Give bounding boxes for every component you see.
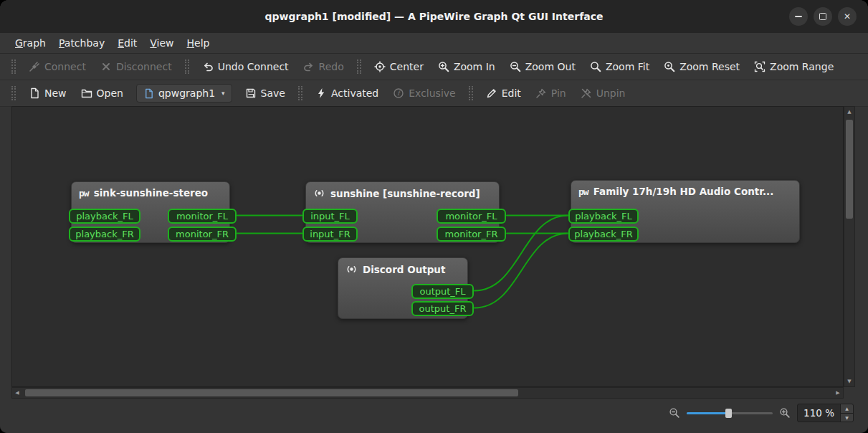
port-monitor-fl[interactable]: monitor_FL [437, 209, 506, 224]
port-output-fl[interactable]: output_FL [411, 284, 474, 299]
menu-edit[interactable]: Edit [111, 35, 143, 51]
save-button[interactable]: Save [238, 83, 292, 103]
port-playback-fl[interactable]: playback_FL [69, 209, 140, 224]
close-icon: ✕ [844, 12, 851, 21]
edit-button[interactable]: Edit [479, 83, 528, 103]
titlebar[interactable]: qpwgraph1 [modified] — A PipeWire Graph … [0, 0, 868, 34]
menu-graph[interactable]: Graph [9, 35, 52, 51]
chevron-down-icon: ▾ [221, 90, 225, 97]
new-file-icon [29, 87, 40, 99]
new-button[interactable]: New [22, 83, 74, 103]
undo-connect-button[interactable]: Undo Connect [195, 57, 296, 77]
scroll-right-arrow[interactable]: ▶ [833, 388, 843, 398]
scroll-up-arrow[interactable]: ▲ [844, 107, 854, 117]
connection-links [12, 107, 844, 387]
vertical-scrollbar[interactable]: ▲ ▼ [844, 106, 855, 387]
port-playback-fr[interactable]: playback_FR [69, 227, 140, 242]
menubar: Graph Patchbay Edit View Help [0, 33, 868, 54]
scroll-left-arrow[interactable]: ◀ [12, 388, 22, 398]
zoom-slider-handle[interactable] [725, 409, 732, 418]
connect-icon [29, 61, 40, 72]
port-input-fr[interactable]: input_FR [302, 227, 358, 242]
zoom-range-icon [754, 61, 766, 72]
zoom-out-button[interactable]: Zoom Out [502, 57, 583, 77]
pipewire-icon: pw [79, 188, 89, 199]
link-discord-fr-to-playback-fr[interactable] [474, 234, 568, 308]
zoom-spin-buttons: ▲ ▼ [840, 404, 853, 422]
exclusive-button[interactable]: f Exclusive [386, 83, 462, 103]
save-icon [245, 87, 257, 99]
spin-up-arrow[interactable]: ▲ [841, 404, 853, 413]
spin-down-arrow[interactable]: ▼ [841, 413, 853, 422]
node-title: pw Family 17h/19h HD Audio Contr... [571, 181, 799, 202]
zoom-out-icon [510, 61, 521, 72]
patchbay-selector-value: qpwgraph1 [158, 87, 215, 99]
open-folder-icon [81, 87, 92, 99]
horizontal-scrollbar[interactable]: ◀ ▶ [11, 387, 844, 399]
zoom-range-button[interactable]: Zoom Range [747, 57, 841, 77]
port-monitor-fl[interactable]: monitor_FL [168, 209, 237, 224]
unpin-button[interactable]: Unpin [573, 83, 633, 103]
scroll-down-arrow[interactable]: ▼ [844, 376, 854, 386]
center-button[interactable]: Center [367, 57, 431, 77]
toolbar-handle[interactable] [185, 60, 189, 74]
exclusive-icon: f [393, 87, 404, 99]
maximize-icon [819, 13, 826, 20]
node-title: Discord Output [338, 258, 467, 280]
zoom-reset-icon [664, 61, 675, 72]
zoom-reset-button[interactable]: Zoom Reset [657, 57, 747, 77]
menu-patchbay[interactable]: Patchbay [52, 35, 111, 51]
zoom-slider-fill [687, 412, 728, 414]
menu-view[interactable]: View [143, 35, 180, 51]
pin-button[interactable]: Pin [528, 83, 573, 103]
zoom-in-icon[interactable] [779, 407, 791, 419]
port-monitor-fr[interactable]: monitor_FR [168, 227, 237, 242]
zoom-in-button[interactable]: Zoom In [431, 57, 502, 77]
zoom-out-icon[interactable] [669, 407, 680, 419]
zoom-slider[interactable] [687, 407, 773, 419]
window-controls: ✕ [789, 7, 857, 26]
redo-button[interactable]: Redo [296, 57, 351, 77]
undo-icon [202, 61, 214, 72]
vertical-scrollbar-thumb[interactable] [846, 120, 853, 219]
open-button[interactable]: Open [74, 83, 130, 103]
node-family-hd-audio-controller[interactable]: pw Family 17h/19h HD Audio Contr... play… [571, 180, 800, 243]
port-playback-fr[interactable]: playback_FR [568, 227, 639, 242]
port-input-fl[interactable]: input_FL [302, 209, 358, 224]
lightning-icon [315, 87, 327, 99]
close-button[interactable]: ✕ [838, 7, 857, 26]
toolbar-handle[interactable] [357, 60, 361, 74]
zoom-value[interactable]: 110 % [798, 404, 840, 422]
port-playback-fl[interactable]: playback_FL [568, 209, 639, 224]
maximize-button[interactable] [814, 7, 832, 26]
toolbar-handle[interactable] [11, 60, 16, 74]
menu-help[interactable]: Help [181, 35, 216, 51]
node-title: pw sink-sunshine-stereo [72, 182, 229, 204]
zoom-in-icon [438, 61, 449, 72]
toolbar-handle[interactable] [469, 86, 473, 100]
activated-button[interactable]: Activated [308, 83, 386, 103]
patchbay-selector[interactable]: qpwgraph1 ▾ [136, 84, 232, 103]
node-discord-output[interactable]: Discord Output output_FL output_FR [338, 257, 468, 319]
unpin-icon [581, 87, 592, 99]
statusbar: 110 % ▲ ▼ [0, 399, 868, 433]
redo-icon [303, 61, 315, 72]
port-monitor-fr[interactable]: monitor_FR [437, 227, 506, 242]
minimize-button[interactable] [789, 7, 808, 26]
port-output-fr[interactable]: output_FR [411, 301, 474, 316]
svg-text:f: f [398, 90, 402, 97]
toolbar-handle[interactable] [11, 86, 16, 100]
app-window: qpwgraph1 [modified] — A PipeWire Graph … [0, 0, 868, 433]
connect-button[interactable]: Connect [22, 57, 93, 77]
horizontal-scrollbar-thumb[interactable] [25, 389, 518, 396]
graph-canvas[interactable]: pw sink-sunshine-stereo playback_FL play… [11, 106, 844, 387]
node-title: sunshine [sunshine-record] [306, 182, 499, 204]
node-sunshine[interactable]: sunshine [sunshine-record] input_FL inpu… [305, 181, 500, 243]
zoom-fit-icon [590, 61, 601, 72]
zoom-fit-button[interactable]: Zoom Fit [583, 57, 657, 77]
zoom-spinbox: 110 % ▲ ▼ [797, 404, 854, 422]
pencil-icon [486, 87, 497, 99]
toolbar-handle[interactable] [298, 86, 302, 100]
disconnect-button[interactable]: Disconnect [93, 57, 179, 77]
node-sink-sunshine-stereo[interactable]: pw sink-sunshine-stereo playback_FL play… [71, 181, 230, 243]
